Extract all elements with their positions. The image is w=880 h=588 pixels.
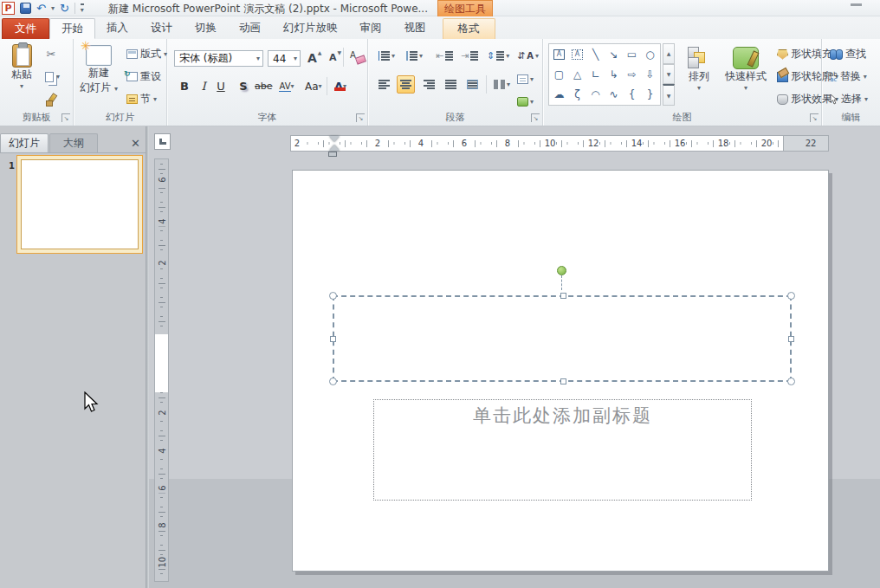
bold-button[interactable]: B (176, 77, 193, 95)
indent-marker-bottom[interactable] (329, 145, 340, 151)
slide-page[interactable]: 单击此处添加副标题 (292, 170, 829, 572)
tab-slideshow[interactable]: 幻灯片放映 (272, 18, 349, 39)
title-placeholder[interactable] (333, 295, 792, 382)
convert-smartart-button[interactable]: ▾ (514, 93, 537, 111)
format-painter-button[interactable] (42, 90, 61, 108)
quick-styles-button[interactable]: 快速样式 ▾ (721, 41, 770, 113)
shape-elbow-arrow-connector[interactable]: ↳ (605, 65, 623, 84)
resize-handle-ne[interactable] (787, 292, 795, 300)
gallery-more-icon[interactable]: ▼ (663, 84, 675, 106)
justify-button[interactable] (442, 75, 460, 94)
redo-icon[interactable]: ↻ (60, 3, 69, 14)
cut-button[interactable]: ✂ (42, 45, 61, 63)
shape-down-arrow[interactable]: ⇩ (641, 65, 659, 84)
pane-tab-outline[interactable]: 大纲 (49, 133, 98, 152)
character-spacing-button[interactable]: AV ▾ (278, 77, 295, 95)
indent-marker-top[interactable] (329, 136, 340, 142)
paste-button[interactable]: 粘贴 ▾ (5, 41, 38, 113)
arrange-button[interactable]: 排列 ▾ (680, 41, 718, 113)
subtitle-placeholder[interactable]: 单击此处添加副标题 (373, 399, 752, 501)
align-left-button[interactable] (375, 75, 393, 94)
underline-button[interactable]: U (212, 77, 230, 95)
tab-transitions[interactable]: 切换 (184, 18, 228, 39)
shape-curve[interactable]: ∿ (605, 85, 623, 104)
font-name-dropdown-icon[interactable]: ▾ (256, 55, 260, 62)
find-button[interactable]: 查找 (826, 45, 870, 63)
replace-button[interactable]: abac 替换 ▾ (826, 68, 870, 86)
new-slide-dropdown-icon[interactable]: ▾ (114, 85, 118, 93)
gallery-scroll-down-icon[interactable]: ▼ (663, 64, 675, 85)
font-name-combo[interactable]: 宋体 (标题) ▾ (174, 50, 263, 67)
powerpoint-app-icon[interactable]: P (2, 2, 15, 15)
shape-elbow-connector[interactable]: ∟ (586, 65, 605, 84)
font-color-button[interactable]: A ▾ (332, 77, 349, 95)
resize-handle-sw[interactable] (329, 378, 337, 385)
pane-tab-slides[interactable]: 幻灯片 (0, 133, 49, 152)
shape-scribble[interactable]: ζ (568, 85, 586, 104)
font-size-dropdown-icon[interactable]: ▾ (294, 55, 297, 62)
text-shadow-button[interactable]: S (235, 77, 252, 95)
layout-button[interactable]: 版式 ▾ (123, 45, 171, 63)
shape-rectangle[interactable]: ▭ (623, 45, 641, 64)
drawing-dialog-launcher[interactable]: ↘ (810, 113, 819, 122)
clipboard-dialog-launcher[interactable]: ↘ (61, 113, 70, 122)
copy-dropdown-icon[interactable]: ▾ (56, 73, 60, 81)
distribute-button[interactable] (463, 75, 482, 94)
resize-handle-nw[interactable] (329, 292, 337, 300)
change-case-button[interactable]: Aa ▾ (304, 77, 323, 95)
line-spacing-button[interactable]: ⇕ ▾ (483, 47, 513, 65)
tab-insert[interactable]: 插入 (95, 18, 139, 39)
bullets-button[interactable]: ▾ (375, 47, 398, 65)
copy-button[interactable]: ▾ (42, 68, 63, 86)
customize-qat-icon[interactable]: ▾ (81, 3, 84, 14)
align-text-button[interactable]: ▾ (514, 70, 537, 88)
indent-marker-square[interactable] (328, 152, 337, 157)
strikethrough-button[interactable]: abe (254, 77, 274, 95)
align-center-button[interactable] (397, 75, 415, 94)
shape-freeform[interactable]: ☁ (550, 85, 568, 104)
shape-right-brace[interactable]: } (641, 85, 659, 104)
resize-handle-s[interactable] (560, 378, 566, 384)
minimize-button[interactable] (851, 3, 862, 6)
tab-format[interactable]: 格式 (443, 18, 495, 39)
tab-design[interactable]: 设计 (139, 18, 184, 39)
undo-icon[interactable]: ↶ (36, 3, 46, 14)
clear-formatting-button[interactable]: A (346, 48, 369, 66)
gallery-scroll-up-icon[interactable]: ▲ (663, 43, 675, 64)
slide-thumbnail-item[interactable]: 1 (2, 158, 144, 258)
vertical-ruler[interactable]: 6 4 2 2 4 6 8 10 (154, 158, 169, 582)
tab-view[interactable]: 视图 (393, 18, 437, 39)
decrease-indent-button[interactable]: ⇤ (432, 47, 456, 65)
tab-stop-selector[interactable] (154, 133, 171, 150)
tab-home[interactable]: 开始 (49, 18, 95, 39)
tab-file[interactable]: 文件 (2, 18, 49, 39)
reset-button[interactable]: 重设 (123, 68, 165, 86)
font-dialog-launcher[interactable]: ↘ (356, 113, 365, 122)
pane-close-icon[interactable]: ✕ (131, 135, 140, 152)
new-slide-button[interactable]: 新建 幻灯片 ▾ (77, 41, 120, 113)
shape-left-brace[interactable]: { (623, 85, 641, 104)
resize-handle-se[interactable] (787, 378, 795, 385)
resize-handle-n[interactable] (560, 293, 566, 299)
shape-oval[interactable]: ○ (641, 45, 659, 64)
font-size-combo[interactable]: 44 ▾ (268, 50, 301, 67)
shape-line[interactable]: ╲ (586, 45, 605, 64)
shape-triangle[interactable]: △ (568, 65, 586, 84)
grow-font-button[interactable]: A▲ (304, 48, 325, 67)
rotation-handle[interactable] (557, 266, 566, 275)
shape-textbox[interactable]: A (550, 45, 568, 64)
tab-animations[interactable]: 动画 (228, 18, 272, 39)
shrink-font-button[interactable]: A▼ (326, 48, 345, 67)
resize-handle-e[interactable] (788, 336, 794, 342)
shape-arrow[interactable]: ↘ (605, 45, 623, 64)
paragraph-dialog-launcher[interactable]: ↘ (531, 113, 540, 122)
shape-vertical-textbox[interactable]: A (568, 45, 586, 64)
text-direction-button[interactable]: ⇵A ▾ (514, 47, 542, 65)
undo-dropdown-icon[interactable]: ▾ (51, 4, 55, 12)
align-right-button[interactable] (420, 75, 438, 94)
horizontal-ruler[interactable]: 2 2 4 6 8 10 12 14 16 18 20 22 (290, 135, 829, 152)
increase-indent-button[interactable]: ⇥ (457, 47, 482, 65)
italic-button[interactable]: I (195, 77, 212, 95)
slide-thumbnail[interactable] (21, 159, 139, 249)
save-icon[interactable] (20, 3, 31, 14)
